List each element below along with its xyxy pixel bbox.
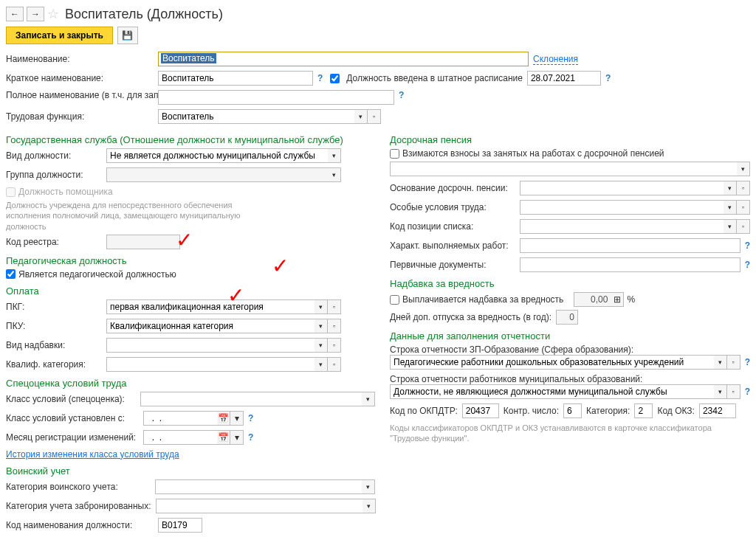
hazard-days-input bbox=[556, 310, 578, 325]
dropdown-button[interactable]: ▾ bbox=[315, 357, 328, 372]
report-cat-input[interactable] bbox=[634, 403, 653, 418]
pension-contrib-checkbox[interactable] bbox=[390, 149, 399, 159]
open-button[interactable]: ▫ bbox=[737, 200, 750, 215]
is-pedagogical-checkbox[interactable] bbox=[6, 269, 16, 279]
report-row1-label: Строка отчетности ЗП-Образование (Сфера … bbox=[390, 344, 750, 355]
short-name-input[interactable] bbox=[158, 71, 313, 86]
pension-docs-input[interactable] bbox=[520, 257, 740, 272]
open-button[interactable]: ▫ bbox=[328, 338, 341, 353]
hazard-value-input bbox=[574, 292, 611, 307]
name-input-selection: Воспитатель bbox=[161, 53, 216, 63]
kontr-input[interactable] bbox=[563, 403, 582, 418]
dropdown-button[interactable]: ▾ bbox=[362, 499, 376, 513]
open-button[interactable]: ▫ bbox=[727, 384, 740, 399]
nav-forward-button[interactable]: → bbox=[27, 7, 44, 21]
pku-input[interactable] bbox=[106, 319, 315, 333]
gov-type-input[interactable] bbox=[106, 148, 328, 163]
qual-category-input[interactable] bbox=[106, 357, 315, 372]
pension-char-label: Характ. выполняемых работ: bbox=[390, 240, 515, 251]
assistant-checkbox bbox=[6, 187, 16, 197]
gov-group-input bbox=[106, 167, 328, 182]
page-title: Воспитатель (Должность) bbox=[65, 7, 223, 22]
help-icon[interactable]: ? bbox=[605, 73, 611, 83]
spec-section-title: Спецоценка условий труда bbox=[6, 378, 375, 389]
declensions-link[interactable]: Склонения bbox=[533, 54, 578, 65]
open-button[interactable]: ▫ bbox=[368, 109, 381, 124]
pension-cond-label: Особые условия труда: bbox=[390, 202, 515, 212]
help-icon[interactable]: ? bbox=[745, 240, 750, 251]
dropdown-button[interactable]: ▾ bbox=[230, 411, 244, 426]
okpdtr-input[interactable] bbox=[462, 403, 499, 418]
pension-cond-input[interactable] bbox=[520, 200, 724, 215]
help-icon[interactable]: ? bbox=[399, 90, 404, 100]
pension-base-input[interactable] bbox=[520, 181, 724, 195]
class-history-link[interactable]: История изменения класса условий труда bbox=[6, 449, 179, 460]
dropdown-button[interactable]: ▾ bbox=[354, 109, 368, 124]
dropdown-button[interactable]: ▾ bbox=[230, 430, 244, 445]
help-icon[interactable]: ? bbox=[248, 432, 253, 443]
month-reg-input[interactable] bbox=[143, 430, 217, 445]
calendar-icon[interactable]: 📅 bbox=[217, 411, 230, 426]
mil-cat-input[interactable] bbox=[155, 479, 362, 494]
pension-base-label: Основание досрочн. пенсии: bbox=[390, 183, 515, 193]
open-button[interactable]: ▫ bbox=[727, 355, 740, 370]
inserted-checkbox[interactable] bbox=[330, 74, 340, 83]
work-function-input[interactable] bbox=[158, 109, 354, 124]
reg-code-label: Код реестра: bbox=[6, 237, 102, 247]
pension-pos-input[interactable] bbox=[520, 219, 724, 234]
reg-code-input bbox=[106, 235, 180, 249]
mil-cat2-input[interactable] bbox=[156, 499, 362, 513]
bonus-type-input[interactable] bbox=[106, 338, 315, 353]
report-row2-input[interactable] bbox=[390, 384, 714, 399]
gov-type-label: Вид должности: bbox=[6, 150, 102, 161]
hazard-section-title: Надбавка за вредность bbox=[390, 278, 750, 289]
dropdown-button[interactable]: ▾ bbox=[724, 181, 737, 195]
dropdown-button[interactable]: ▾ bbox=[315, 338, 328, 353]
help-icon[interactable]: ? bbox=[745, 357, 750, 367]
save-close-button[interactable]: Записать и закрыть bbox=[6, 27, 113, 44]
save-button[interactable]: 💾 bbox=[117, 27, 138, 44]
dropdown-button[interactable]: ▾ bbox=[362, 392, 375, 406]
dropdown-button[interactable]: ▾ bbox=[724, 219, 737, 234]
dropdown-button[interactable]: ▾ bbox=[328, 148, 341, 163]
assistant-label: Должность помощника bbox=[18, 187, 113, 197]
class-cond-input[interactable] bbox=[140, 392, 362, 406]
help-icon[interactable]: ? bbox=[248, 413, 253, 423]
full-name-input[interactable] bbox=[158, 90, 394, 105]
open-button[interactable]: ▫ bbox=[328, 357, 341, 372]
hazard-paid-checkbox[interactable] bbox=[390, 295, 399, 305]
pkg-input[interactable] bbox=[106, 299, 315, 314]
help-icon[interactable]: ? bbox=[745, 387, 750, 397]
open-button[interactable]: ▫ bbox=[737, 181, 750, 195]
gov-note: Должность учреждена для непосредственног… bbox=[6, 200, 242, 232]
inserted-label: Должность введена в штатное расписание bbox=[346, 73, 523, 83]
report-row2-label: Строка отчетности работников муниципальн… bbox=[390, 374, 750, 384]
mil-cat-label: Категория воинского учета: bbox=[6, 482, 151, 492]
pension-top-input[interactable] bbox=[390, 162, 737, 176]
okpdtr-label: Код по ОКПДТР: bbox=[390, 406, 458, 416]
class-from-input[interactable] bbox=[143, 411, 217, 426]
dropdown-button[interactable]: ▾ bbox=[315, 299, 328, 314]
dropdown-button[interactable]: ▾ bbox=[362, 479, 375, 494]
help-icon[interactable]: ? bbox=[317, 73, 323, 83]
inserted-date-input[interactable] bbox=[527, 71, 601, 86]
hazard-days-label: Дней доп. отпуска за вредность (в год): bbox=[390, 312, 551, 322]
dropdown-button[interactable]: ▾ bbox=[724, 200, 737, 215]
mil-code-input[interactable] bbox=[158, 518, 202, 533]
dropdown-button: ▾ bbox=[328, 167, 341, 182]
calendar-icon[interactable]: 📅 bbox=[217, 430, 230, 445]
report-row1-input[interactable] bbox=[390, 355, 714, 370]
kontr-label: Контр. число: bbox=[504, 406, 559, 416]
okz-input[interactable] bbox=[699, 403, 736, 418]
open-button[interactable]: ▫ bbox=[737, 219, 750, 234]
dropdown-button[interactable]: ▾ bbox=[315, 319, 328, 333]
open-button[interactable]: ▫ bbox=[328, 319, 341, 333]
help-icon[interactable]: ? bbox=[745, 260, 750, 270]
open-button[interactable]: ▫ bbox=[328, 299, 341, 314]
favorite-star-icon[interactable]: ☆ bbox=[47, 6, 59, 22]
dropdown-button[interactable]: ▾ bbox=[714, 355, 727, 370]
pension-char-input[interactable] bbox=[520, 238, 740, 253]
dropdown-button[interactable]: ▾ bbox=[714, 384, 727, 399]
nav-back-button[interactable]: ← bbox=[6, 7, 24, 21]
dropdown-button[interactable]: ▾ bbox=[737, 162, 750, 176]
